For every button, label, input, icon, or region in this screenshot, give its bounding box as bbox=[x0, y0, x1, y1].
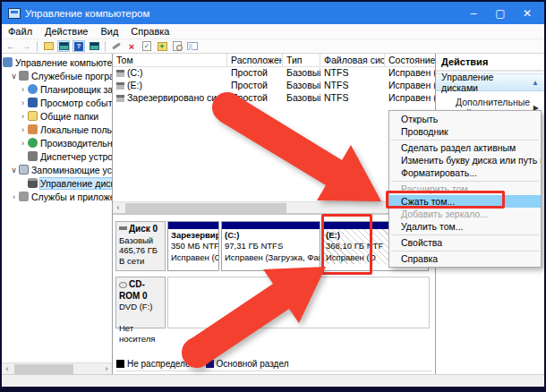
menu-separator bbox=[389, 233, 541, 236]
partition-system-reserved[interactable]: Зарезервиро 350 МБ NTFS Исправен (Си bbox=[167, 221, 219, 271]
disk-graph-pane: Диск 0 Базовый 465,76 ГБ В сети Зарезерв… bbox=[113, 215, 435, 374]
tree-item-local-users[interactable]: › Локальные пользовате bbox=[2, 123, 112, 136]
console-window-icon[interactable] bbox=[57, 40, 70, 52]
volume-icon bbox=[116, 70, 124, 77]
tree-item-event-viewer[interactable]: › Просмотр событий bbox=[2, 96, 112, 109]
menu-separator bbox=[389, 249, 541, 252]
actions-section-disk-management[interactable]: Управление дисками ▲ bbox=[436, 73, 544, 91]
computer-management-window: Управление компьютером – ▢ ✕ Файл Действ… bbox=[0, 0, 546, 392]
find-icon[interactable] bbox=[171, 40, 183, 52]
properties-icon[interactable] bbox=[186, 40, 199, 52]
expander-icon[interactable]: › bbox=[18, 139, 28, 148]
expander-icon[interactable]: › bbox=[18, 112, 28, 121]
primary-partition-swatch bbox=[206, 360, 214, 368]
minimize-button[interactable]: – bbox=[460, 2, 487, 24]
context-menu-explorer[interactable]: Проводник bbox=[389, 125, 541, 138]
volume-icon bbox=[116, 82, 124, 89]
scroll-right-icon[interactable]: › bbox=[101, 364, 112, 373]
legend: Не распределена Основной раздел bbox=[116, 359, 431, 371]
performance-icon bbox=[28, 138, 38, 148]
tree-item-performance[interactable]: › Производительность bbox=[2, 136, 112, 149]
disk-icon bbox=[119, 226, 127, 230]
scroll-left-icon[interactable]: ‹ bbox=[2, 364, 13, 373]
actions-header: Действия bbox=[436, 54, 544, 72]
menu-view[interactable]: Вид bbox=[94, 26, 124, 37]
tree-horizontal-scrollbar[interactable]: ‹ › bbox=[2, 362, 112, 374]
scroll-thumb[interactable] bbox=[125, 203, 286, 213]
back-icon[interactable]: ← bbox=[4, 40, 17, 52]
console-tree-panel: Управление компьютером (л ∨ Служебные пр… bbox=[2, 54, 113, 374]
primary-partition-stripe bbox=[168, 222, 218, 229]
toolbar-separator bbox=[37, 41, 38, 52]
expander-icon[interactable]: › bbox=[18, 85, 28, 94]
column-status[interactable]: Состояние bbox=[385, 54, 435, 66]
tree-item-system-tools[interactable]: ∨ Служебные программы bbox=[2, 69, 112, 82]
cdrom-header[interactable]: CD-ROM 0 DVD (F:) Нет носителя bbox=[115, 277, 166, 328]
context-menu-format[interactable]: Форматировать... bbox=[389, 166, 541, 179]
column-layout[interactable]: Расположение bbox=[227, 54, 283, 66]
expander-icon[interactable]: › bbox=[18, 98, 28, 107]
expander-icon[interactable]: › bbox=[18, 125, 28, 134]
annotation-box-shrink-volume bbox=[386, 191, 505, 209]
primary-partition-stripe bbox=[222, 222, 320, 229]
column-filesystem[interactable]: Файловая система bbox=[320, 54, 385, 66]
tree-item-task-scheduler[interactable]: › Планировщик заданий bbox=[2, 82, 112, 96]
menu-bar: Файл Действие Вид Справка bbox=[2, 24, 544, 39]
menu-help[interactable]: Справка bbox=[124, 26, 175, 37]
disk0-header[interactable]: Диск 0 Базовый 465,76 ГБ В сети bbox=[115, 221, 166, 271]
up-level-icon[interactable] bbox=[42, 40, 55, 52]
computer-icon bbox=[3, 57, 13, 67]
menu-file[interactable]: Файл bbox=[2, 26, 38, 37]
volume-row-e[interactable]: (E:) Простой Базовый NTFS Исправен (Осно… bbox=[113, 80, 435, 92]
toolbar: ← → ? × ✓ + bbox=[2, 39, 544, 54]
context-menu-help[interactable]: Справка bbox=[389, 252, 541, 265]
tree-item-disk-management[interactable]: Управление дисками bbox=[2, 176, 112, 190]
context-menu-properties[interactable]: Свойства bbox=[389, 236, 541, 249]
menu-action[interactable]: Действие bbox=[38, 26, 94, 37]
context-menu-open[interactable]: Открыть bbox=[389, 113, 541, 125]
clock-icon bbox=[28, 84, 38, 94]
disk-management-icon bbox=[28, 178, 38, 188]
close-button[interactable]: ✕ bbox=[514, 2, 541, 24]
maximize-button[interactable]: ▢ bbox=[487, 2, 514, 24]
storage-icon bbox=[19, 165, 29, 175]
context-menu-mark-active[interactable]: Сделать раздел активным bbox=[389, 141, 541, 154]
expander-icon[interactable]: ∨ bbox=[9, 166, 19, 175]
scroll-left-icon[interactable]: ‹ bbox=[113, 203, 124, 212]
context-menu-add-mirror: Добавить зеркало... bbox=[389, 208, 541, 220]
add-icon[interactable]: + bbox=[156, 40, 168, 52]
tree-item-computer-management[interactable]: Управление компьютером (л bbox=[2, 55, 112, 69]
context-menu-change-letter[interactable]: Изменить букву диска или путь к диску... bbox=[389, 154, 541, 166]
delete-icon[interactable]: × bbox=[125, 40, 138, 52]
context-menu-delete-volume[interactable]: Удалить том... bbox=[389, 220, 541, 233]
annotation-box-partition-e bbox=[321, 214, 372, 275]
volume-row-c[interactable]: (C:) Простой Базовый NTFS Исправен (Загр… bbox=[113, 67, 435, 80]
chevron-up-icon[interactable]: ▲ bbox=[532, 79, 539, 87]
scroll-thumb[interactable] bbox=[14, 364, 73, 374]
menu-separator bbox=[389, 179, 541, 183]
app-icon bbox=[8, 8, 21, 19]
tree-item-shared-folders[interactable]: › Общие папки bbox=[2, 109, 112, 123]
status-bar bbox=[2, 374, 544, 387]
column-type[interactable]: Тип bbox=[283, 54, 320, 66]
cdrom-empty-area bbox=[167, 277, 430, 328]
disk0-row: Диск 0 Базовый 465,76 ГБ В сети Зарезерв… bbox=[115, 221, 430, 271]
help-icon[interactable]: ? bbox=[73, 40, 85, 52]
window-title: Управление компьютером bbox=[25, 8, 460, 19]
volume-list-header: Том Расположение Тип Файловая система Со… bbox=[113, 54, 435, 67]
shared-folder-icon bbox=[28, 111, 38, 121]
console-tree-icon[interactable] bbox=[88, 40, 100, 52]
tree-item-storage[interactable]: ∨ Запоминающие устройст bbox=[2, 163, 112, 176]
expander-icon[interactable]: ∨ bbox=[9, 72, 19, 81]
volume-row-system-reserved[interactable]: Зарезервировано системой Простой Базовый… bbox=[113, 92, 435, 105]
tree-item-services[interactable]: › Службы и приложения bbox=[2, 190, 112, 203]
partition-c[interactable]: (C:) 97,31 ГБ NTFS Исправен (Загрузка, Ф… bbox=[221, 221, 320, 271]
pointer-icon[interactable] bbox=[110, 40, 123, 52]
tree-item-device-manager[interactable]: Диспетчер устройств bbox=[2, 149, 112, 163]
system-tools-icon bbox=[19, 71, 29, 81]
forward-icon[interactable]: → bbox=[20, 40, 32, 52]
column-volume[interactable]: Том bbox=[113, 54, 227, 66]
legend-primary-partition: Основной раздел bbox=[206, 359, 289, 369]
expander-icon[interactable]: › bbox=[9, 192, 19, 201]
verify-icon[interactable]: ✓ bbox=[141, 40, 153, 52]
